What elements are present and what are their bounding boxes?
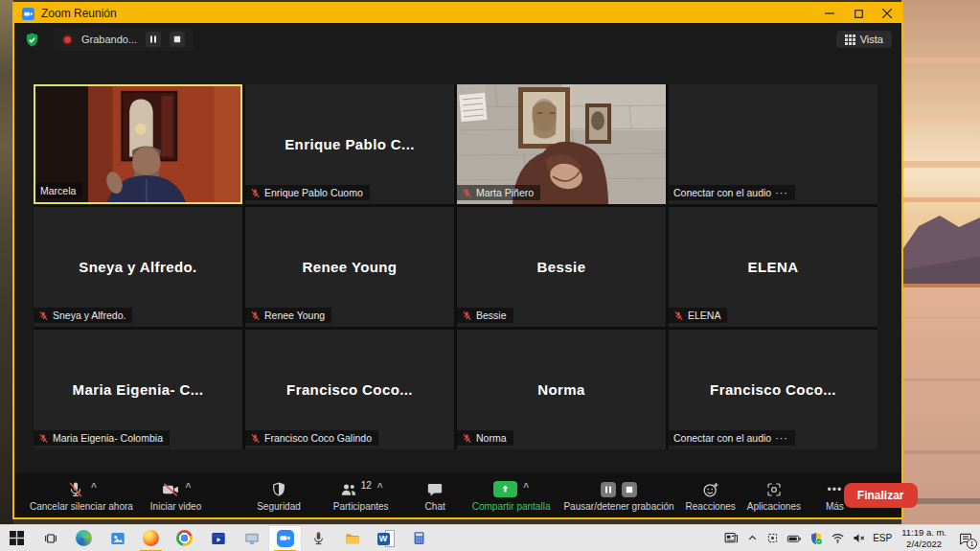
clock-date: 2/4/2022 <box>901 539 946 550</box>
participant-tile-renee[interactable]: Renee Young Renee Young <box>245 207 454 327</box>
participants-button[interactable]: 12 ^ Participantes <box>333 479 389 512</box>
stop-recording-toolbar-button[interactable] <box>622 482 637 497</box>
participant-tile-marcela[interactable]: Marcela <box>34 84 242 204</box>
pause-recording-toolbar-button[interactable] <box>601 482 616 497</box>
taskbar-chrome-icon[interactable] <box>168 525 201 551</box>
muted-mic-icon <box>462 310 472 321</box>
stop-recording-button[interactable] <box>170 32 185 47</box>
encryption-shield-icon <box>24 32 40 48</box>
taskbar-movies-icon[interactable] <box>201 525 235 551</box>
participant-name-tag: Francisco Coco Galindo <box>245 430 378 446</box>
participant-name-tag: Maria Eigenia- Colombia <box>34 430 170 446</box>
window-controls <box>815 4 901 23</box>
muted-mic-icon <box>462 188 472 198</box>
start-button[interactable] <box>0 525 34 551</box>
muted-mic-icon <box>38 433 49 444</box>
audio-options-chevron[interactable]: ^ <box>91 483 97 493</box>
participant-tile-francisco-2[interactable]: Francisco Coco... Conectar con el audio … <box>669 330 877 449</box>
volume-muted-icon[interactable] <box>852 531 866 545</box>
more-button[interactable]: ••• Más <box>826 479 844 512</box>
meet-now-icon[interactable] <box>765 531 780 545</box>
recording-label: Grabando... <box>81 34 137 45</box>
share-screen-icon <box>493 481 517 497</box>
muted-mic-icon <box>250 188 261 198</box>
participant-name-tag: Renee Young <box>245 308 331 323</box>
share-screen-button[interactable]: ^ Compartir pantalla <box>472 479 551 512</box>
participant-tile-francisco[interactable]: Francisco Coco... Francisco Coco Galindo <box>245 330 454 449</box>
taskbar-calculator-icon[interactable] <box>402 525 436 551</box>
recording-indicator: Grabando... <box>54 29 194 51</box>
connect-audio-icon: ··· <box>775 187 788 198</box>
start-video-button[interactable]: ^ Iniciar video <box>150 479 201 512</box>
word-icon: W <box>377 530 395 547</box>
notification-count-badge: 1 <box>967 539 977 549</box>
wifi-icon[interactable] <box>831 531 845 545</box>
desktop-wallpaper-left <box>0 0 13 524</box>
chrome-icon <box>176 530 193 546</box>
zoom-meeting-window: Zoom Reunión <box>12 2 903 519</box>
meeting-topbar: Grabando... Vista <box>14 23 901 56</box>
taskbar-clock[interactable]: 11:19 a. m. 2/4/2022 <box>899 527 949 550</box>
notification-center-button[interactable]: 1 <box>956 529 975 548</box>
task-view-icon <box>43 531 58 546</box>
close-button[interactable] <box>873 4 901 23</box>
news-widget-icon[interactable] <box>723 530 740 546</box>
recording-controls[interactable]: Pausar/detener grabación <box>563 479 673 512</box>
firefox-icon <box>143 530 159 546</box>
participant-tile-norma[interactable]: Norma Norma <box>457 330 666 449</box>
folder-icon <box>344 530 361 547</box>
show-hidden-icons-chevron[interactable] <box>746 532 759 544</box>
participant-name-display: Enrique Pablo C... <box>285 136 415 152</box>
taskbar-firefox-icon[interactable] <box>134 525 168 551</box>
taskbar-zoom-icon[interactable] <box>268 525 302 551</box>
participants-count-badge: 12 <box>361 480 372 491</box>
chat-button[interactable]: Chat <box>425 479 445 512</box>
participant-tile-maria[interactable]: Maria Eigenia- C... Maria Eigenia- Colom… <box>34 330 242 449</box>
zoom-app-icon <box>22 8 34 20</box>
taskbar-edge-icon[interactable] <box>67 525 101 551</box>
participant-name-tag: ELENA <box>669 308 727 323</box>
taskbar-photos-icon[interactable] <box>101 525 134 551</box>
taskbar-word-icon[interactable]: W <box>369 525 402 551</box>
desktop: Zoom Reunión <box>0 0 980 551</box>
windows-logo-icon <box>10 531 24 545</box>
participant-name-display: Francisco Coco... <box>286 381 413 398</box>
participant-tile-elena[interactable]: ELENA ELENA <box>669 207 877 327</box>
window-titlebar[interactable]: Zoom Reunión <box>14 4 901 23</box>
minimize-button[interactable] <box>815 4 844 23</box>
maximize-button[interactable] <box>844 4 873 23</box>
unmute-button[interactable]: ^ Cancelar silenciar ahora <box>30 479 133 512</box>
camera-off-icon <box>161 480 180 499</box>
share-options-chevron[interactable]: ^ <box>523 483 529 493</box>
apps-button[interactable]: Aplicaciones <box>747 479 801 512</box>
stop-icon <box>626 486 633 494</box>
movies-tv-icon <box>210 530 227 547</box>
participant-tile-sneya[interactable]: Sneya y Alfredo. Sneya y Alfredo. <box>34 207 242 327</box>
taskbar-file-explorer-icon[interactable] <box>335 525 369 551</box>
taskbar-display-icon[interactable] <box>235 525 268 551</box>
view-button[interactable]: Vista <box>836 31 892 48</box>
recording-dot-icon <box>62 34 73 45</box>
participant-tile-bessie[interactable]: Bessie Bessie <box>457 207 666 327</box>
desktop-wallpaper-right <box>901 0 980 524</box>
participant-tile-marta[interactable]: Marta Piñero <box>457 84 666 204</box>
participant-tile-enrique[interactable]: Enrique Pablo C... Enrique Pablo Cuomo <box>245 84 454 204</box>
maximize-icon <box>855 10 863 18</box>
reactions-button[interactable]: Reacciones <box>686 479 736 512</box>
pause-recording-button[interactable] <box>146 32 161 47</box>
participant-name-tag: Bessie <box>457 308 513 323</box>
stop-icon <box>173 35 181 43</box>
participant-tile-no-audio-1[interactable]: Conectar con el audio ··· <box>669 84 877 204</box>
taskbar-recorder-icon[interactable] <box>302 525 335 551</box>
end-meeting-button[interactable]: Finalizar <box>844 483 918 508</box>
participants-options-chevron[interactable]: ^ <box>377 483 383 493</box>
participant-name-tag: Marcela <box>35 183 82 198</box>
security-button[interactable]: Seguridad <box>257 479 301 512</box>
task-view-button[interactable] <box>34 525 67 551</box>
language-indicator[interactable]: ESP <box>873 533 892 543</box>
battery-icon[interactable] <box>786 531 802 546</box>
video-options-chevron[interactable]: ^ <box>186 483 192 493</box>
windows-security-icon[interactable] <box>809 531 824 546</box>
participant-name-tag: Conectar con el audio ··· <box>669 430 795 446</box>
photos-icon <box>109 530 126 547</box>
